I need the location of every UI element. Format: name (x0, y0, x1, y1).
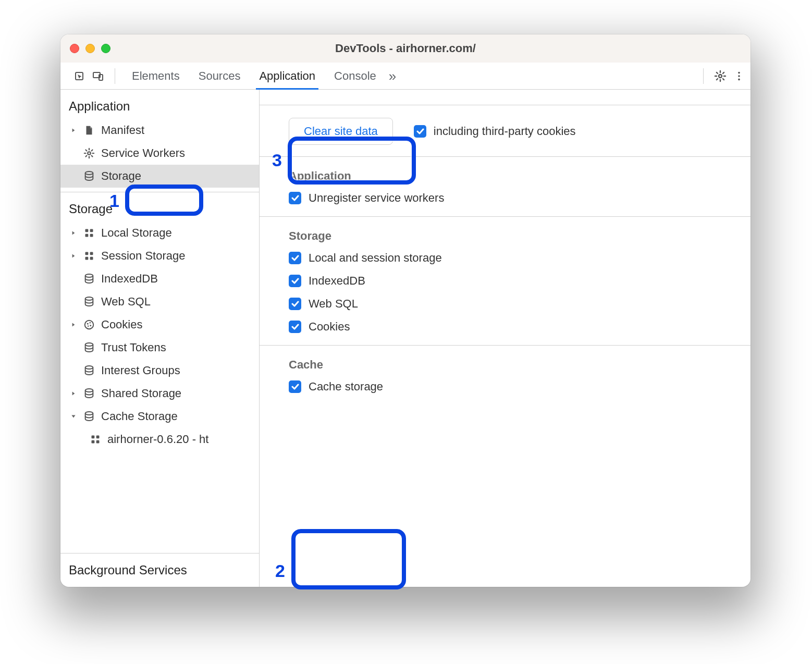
caret-right-icon (70, 390, 77, 397)
sidebar-group-application: Application (60, 90, 259, 119)
storage-panel: Clear site data including third-party co… (260, 90, 751, 587)
database-icon (82, 273, 96, 285)
settings-icon[interactable] (711, 67, 730, 85)
divider (115, 68, 115, 84)
traffic-lights (70, 44, 110, 53)
checkbox-label: Local and session storage (309, 251, 442, 265)
checkbox-label: Web SQL (309, 297, 358, 311)
checkbox-checked-icon (414, 125, 426, 138)
sidebar-item-service-workers[interactable]: Service Workers (60, 142, 259, 165)
sidebar-item-interest-groups[interactable]: Interest Groups (60, 359, 259, 382)
checkbox-label: Unregister service workers (309, 191, 444, 205)
sidebar-item-label: Storage (101, 169, 141, 183)
gear-icon (82, 147, 96, 159)
grid-icon (82, 228, 96, 238)
cookies-checkbox[interactable]: Cookies (289, 320, 730, 334)
more-menu-icon[interactable] (730, 67, 748, 85)
clear-data-section: Clear site data including third-party co… (260, 105, 751, 156)
sidebar-item-label: Cache Storage (101, 410, 178, 423)
sidebar-item-label: Web SQL (101, 295, 151, 309)
devtools-window: DevTools - airhorner.com/ Elements Sourc… (60, 34, 751, 587)
tab-elements[interactable]: Elements (122, 63, 189, 89)
checkbox-checked-icon (289, 380, 301, 393)
sidebar-item-label: Shared Storage (101, 387, 181, 400)
file-icon (82, 125, 96, 136)
database-icon (82, 388, 96, 399)
section-heading: Storage (289, 229, 730, 243)
checkbox-checked-icon (289, 192, 301, 204)
sidebar-item-shared-storage[interactable]: Shared Storage (60, 382, 259, 405)
divider (703, 68, 704, 84)
storage-section: Storage Local and session storage Indexe… (260, 216, 751, 345)
sidebar-item-cache-entry[interactable]: airhorner-0.6.20 - ht (60, 428, 259, 451)
cache-section: Cache Cache storage (260, 345, 751, 405)
tab-console[interactable]: Console (325, 63, 386, 89)
sidebar-group-storage: Storage (60, 192, 259, 222)
local-session-storage-checkbox[interactable]: Local and session storage (289, 251, 730, 265)
sidebar-item-label: IndexedDB (101, 272, 158, 286)
sidebar-item-session-storage[interactable]: Session Storage (60, 244, 259, 267)
sidebar-item-label: Local Storage (101, 226, 172, 240)
checkbox-label: Cookies (309, 320, 350, 334)
checkbox-label: IndexedDB (309, 274, 365, 288)
sidebar-item-storage[interactable]: Storage (60, 165, 259, 188)
window-zoom-button[interactable] (101, 44, 110, 53)
caret-right-icon (70, 229, 77, 237)
sidebar-item-local-storage[interactable]: Local Storage (60, 222, 259, 244)
checkbox-label: Cache storage (309, 380, 383, 394)
window-minimize-button[interactable] (85, 44, 95, 53)
indexeddb-checkbox[interactable]: IndexedDB (289, 274, 730, 288)
checkbox-checked-icon (289, 275, 301, 287)
grid-icon (89, 434, 102, 445)
sidebar-item-label: Interest Groups (101, 364, 180, 377)
sidebar-item-label: Manifest (101, 124, 144, 137)
sidebar-item-label: airhorner-0.6.20 - ht (107, 433, 208, 446)
checkbox-label: including third-party cookies (434, 125, 576, 138)
database-icon (82, 342, 96, 353)
window-titlebar: DevTools - airhorner.com/ (60, 34, 751, 63)
sidebar-item-label: Cookies (101, 318, 142, 331)
sidebar-item-manifest[interactable]: Manifest (60, 119, 259, 142)
database-icon (82, 365, 96, 376)
sidebar-item-web-sql[interactable]: Web SQL (60, 290, 259, 313)
inspect-element-icon[interactable] (70, 67, 89, 85)
tab-sources[interactable]: Sources (189, 63, 250, 89)
third-party-cookies-checkbox[interactable]: including third-party cookies (414, 125, 576, 138)
sidebar-item-label: Service Workers (101, 146, 185, 160)
section-heading: Application (289, 169, 730, 183)
sidebar-item-label: Session Storage (101, 249, 185, 263)
window-close-button[interactable] (70, 44, 79, 53)
devtools-tabstrip: Elements Sources Application Console » (60, 63, 751, 90)
checkbox-checked-icon (289, 298, 301, 310)
caret-right-icon (70, 127, 77, 134)
sidebar-item-cache-storage[interactable]: Cache Storage (60, 405, 259, 428)
caret-down-icon (70, 413, 77, 420)
sidebar-item-cookies[interactable]: Cookies (60, 313, 259, 336)
checkbox-checked-icon (289, 321, 301, 333)
clear-site-data-button[interactable]: Clear site data (289, 118, 393, 145)
database-icon (82, 411, 96, 422)
sidebar-group-background-services[interactable]: Background Services (60, 553, 259, 587)
cache-storage-checkbox[interactable]: Cache storage (289, 380, 730, 394)
section-heading: Cache (289, 358, 730, 372)
sidebar-item-trust-tokens[interactable]: Trust Tokens (60, 336, 259, 359)
database-icon (82, 296, 96, 308)
application-sidebar: Application Manifest Service Workers (60, 90, 260, 587)
unregister-sw-checkbox[interactable]: Unregister service workers (289, 191, 730, 205)
grid-icon (82, 251, 96, 261)
application-section: Application Unregister service workers (260, 156, 751, 216)
tabs-overflow-button[interactable]: » (386, 63, 399, 89)
caret-right-icon (70, 321, 77, 328)
cookie-icon (82, 319, 96, 330)
checkbox-checked-icon (289, 252, 301, 264)
window-title: DevTools - airhorner.com/ (60, 42, 751, 55)
database-icon (82, 170, 96, 182)
tab-application[interactable]: Application (250, 63, 325, 89)
sidebar-item-indexeddb[interactable]: IndexedDB (60, 267, 259, 290)
caret-right-icon (70, 252, 77, 260)
web-sql-checkbox[interactable]: Web SQL (289, 297, 730, 311)
sidebar-item-label: Trust Tokens (101, 341, 166, 354)
toggle-device-toolbar-icon[interactable] (89, 67, 107, 85)
